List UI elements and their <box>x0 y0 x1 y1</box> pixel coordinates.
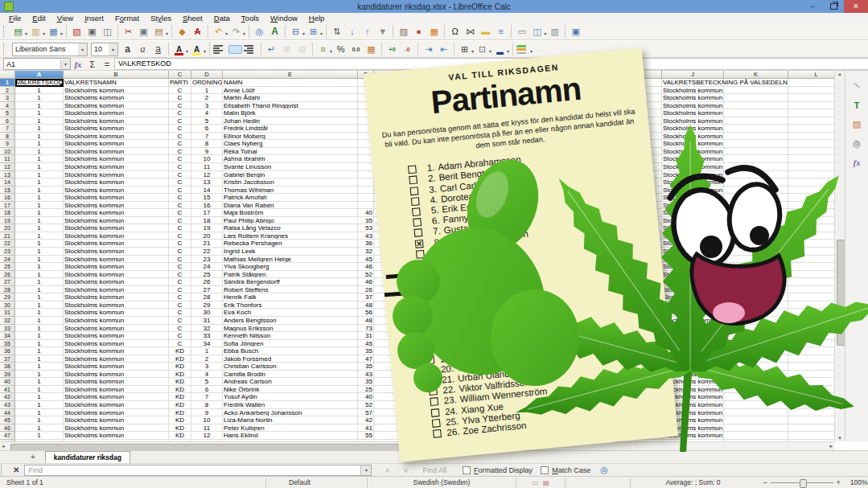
cell-C8[interactable]: C <box>169 133 191 141</box>
cell-B33[interactable]: Stockholms kommun <box>64 325 169 333</box>
cell-D3[interactable]: 2 <box>191 94 223 102</box>
cell-E46[interactable]: Peter Kullgren <box>223 424 358 433</box>
scroll-down-icon[interactable]: ▼ <box>835 436 845 441</box>
cell-B44[interactable]: Stockholms kommun <box>64 409 169 417</box>
zoom-slider[interactable]: – + <box>763 478 841 486</box>
cell-L31[interactable] <box>788 309 834 317</box>
row-header-14[interactable]: 14 <box>0 178 15 187</box>
cell-L8[interactable] <box>788 133 834 141</box>
menu-help[interactable]: Help <box>303 13 331 23</box>
cell-J23[interactable]: Stockholms kommun <box>662 248 724 256</box>
cell-B26[interactable]: Stockholms kommun <box>64 271 169 279</box>
cell-K8[interactable] <box>724 133 788 141</box>
paste-icon[interactable]: ▤ <box>152 25 166 39</box>
cell-K15[interactable] <box>724 187 788 195</box>
find-next-icon[interactable]: ∨ <box>397 466 415 474</box>
cell-D9[interactable]: 8 <box>191 140 223 148</box>
cell-L9[interactable] <box>788 140 834 148</box>
cell-B42[interactable]: Stockholms kommun <box>64 393 169 401</box>
cell-C4[interactable]: C <box>169 102 191 110</box>
cell-D33[interactable]: 32 <box>191 325 223 333</box>
delete-decimal-icon[interactable]: -0 <box>401 43 414 56</box>
cell-B45[interactable]: Stockholms kommun <box>64 416 169 424</box>
cell-B3[interactable]: Stockholms kommun <box>64 94 169 102</box>
cell-K29[interactable] <box>724 293 788 301</box>
menu-tools[interactable]: Tools <box>236 13 265 23</box>
cell-D47[interactable]: 12 <box>191 432 223 440</box>
cell-F16[interactable] <box>358 194 374 202</box>
cell-A21[interactable]: 1 <box>15 232 64 240</box>
clear-formatting-icon[interactable]: A <box>191 25 204 39</box>
headers-footers-icon[interactable]: ▭ <box>515 25 529 39</box>
chevron-down-icon[interactable]: ▾ <box>109 43 117 55</box>
cell-A2[interactable]: 1 <box>15 87 64 95</box>
cell-D40[interactable]: 5 <box>191 378 223 386</box>
sidebar-icon[interactable]: ▣ <box>569 25 582 39</box>
cell-C45[interactable]: KD <box>169 416 191 424</box>
cell-D31[interactable]: 30 <box>191 309 223 317</box>
cell-K18[interactable] <box>724 209 788 217</box>
cell-C35[interactable]: C <box>169 340 191 348</box>
cell-K28[interactable] <box>724 286 788 294</box>
cell-L29[interactable] <box>788 293 834 301</box>
cell-L2[interactable] <box>788 87 834 95</box>
cell-E39[interactable]: Camilla Brodin <box>223 371 358 379</box>
cell-B10[interactable]: Stockholms kommun <box>64 148 169 156</box>
column-header-D[interactable]: D <box>191 71 223 79</box>
cell-L17[interactable] <box>788 202 834 210</box>
pivot-table-icon[interactable]: ▦ <box>427 25 441 39</box>
cell-J18[interactable]: Stockholms kommun <box>662 209 724 217</box>
freeze-rows-columns-icon[interactable]: ◫ <box>530 25 544 39</box>
cell-J11[interactable]: Stockholms kommun <box>662 155 724 163</box>
cell-K26[interactable] <box>724 271 788 279</box>
cell-K3[interactable] <box>724 94 788 102</box>
formatted-display-checkbox[interactable] <box>463 466 471 474</box>
cell-L5[interactable] <box>788 109 834 117</box>
cell-F26[interactable]: 52 <box>358 271 374 279</box>
cell-A16[interactable]: 1 <box>15 194 64 202</box>
cell-D34[interactable]: 33 <box>191 332 223 340</box>
cell-C5[interactable]: C <box>169 109 191 117</box>
cell-C24[interactable]: C <box>169 256 191 264</box>
cell-E37[interactable]: Jakob Forssmed <box>223 355 358 363</box>
cell-F39[interactable]: 43 <box>358 371 374 379</box>
cell-K22[interactable] <box>724 240 788 248</box>
column-header-K[interactable]: K <box>724 71 788 79</box>
highlighting-color-dropdown[interactable]: ▾ <box>204 45 206 54</box>
conditional-formatting-dropdown[interactable]: ▾ <box>530 45 533 54</box>
cell-C20[interactable]: C <box>169 224 191 232</box>
font-color-icon[interactable]: A <box>172 43 186 56</box>
cell-L28[interactable] <box>788 286 834 294</box>
cell-A31[interactable]: 1 <box>15 309 64 317</box>
cell-A5[interactable]: 1 <box>15 109 64 117</box>
cell-J35[interactable]: Stockholms kommun <box>662 340 724 348</box>
cell-L44[interactable] <box>788 409 834 417</box>
cell-K5[interactable] <box>724 109 788 117</box>
cell-E8[interactable]: Ellinor Moberg <box>223 133 358 141</box>
autofilter-icon[interactable]: ▼ <box>376 25 389 39</box>
cell-C41[interactable]: KD <box>169 386 191 394</box>
cell-B40[interactable]: Stockholms kommun <box>64 378 169 386</box>
cell-L21[interactable] <box>788 232 834 240</box>
cell-F47[interactable]: 55 <box>358 432 374 440</box>
cell-K23[interactable] <box>724 248 788 256</box>
row-header-4[interactable]: 4 <box>0 102 15 110</box>
cell-J32[interactable]: Stockholms kommun <box>662 317 724 325</box>
cell-F18[interactable]: 40 <box>358 209 374 217</box>
font-color-dropdown[interactable]: ▾ <box>186 45 188 54</box>
hyperlink-icon[interactable]: ⋈ <box>463 25 477 39</box>
cell-E10[interactable]: Réka Tolnai <box>223 148 358 156</box>
cell-D20[interactable]: 19 <box>191 224 223 232</box>
cell-L12[interactable] <box>788 163 834 171</box>
spelling-icon[interactable]: A <box>268 25 282 39</box>
border-color-icon[interactable]: ▂ <box>493 43 507 56</box>
row-header-30[interactable]: 30 <box>0 301 15 310</box>
close-find-bar-icon[interactable]: ✕ <box>8 465 24 474</box>
cell-K7[interactable] <box>724 125 788 133</box>
menu-view[interactable]: View <box>51 13 79 23</box>
chevron-down-icon[interactable]: ▾ <box>78 43 87 55</box>
cell-A24[interactable]: 1 <box>15 256 64 264</box>
cell-B25[interactable]: Stockholms kommun <box>64 263 169 271</box>
row-header-18[interactable]: 18 <box>0 209 15 217</box>
cell-B18[interactable]: Stockholms kommun <box>64 209 169 217</box>
